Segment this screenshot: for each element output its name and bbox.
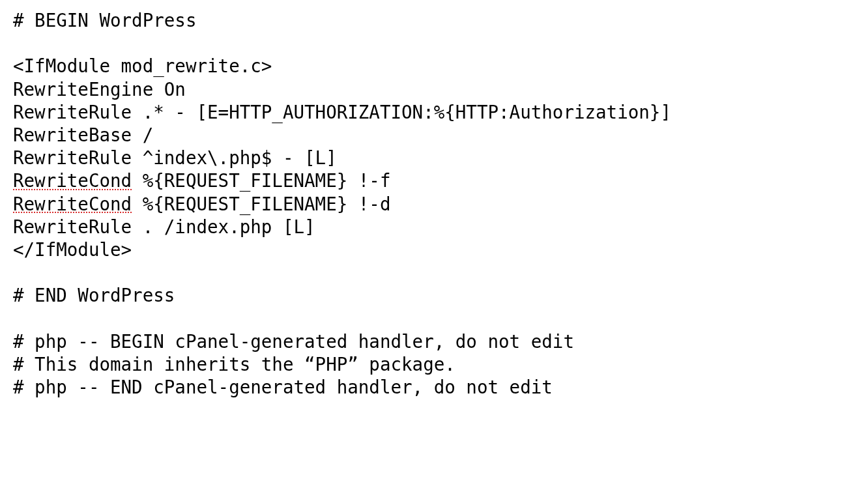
spellcheck-underline: RewriteCond: [13, 193, 132, 214]
code-text: # END WordPress: [13, 285, 175, 306]
code-line: # php -- BEGIN cPanel-generated handler,…: [13, 331, 574, 352]
code-text: RewriteEngine On: [13, 79, 186, 100]
code-text: %{REQUEST_FILENAME} !-f: [132, 170, 390, 191]
code-line: RewriteBase /: [13, 124, 153, 145]
code-line: RewriteRule . /index.php [L]: [13, 216, 315, 237]
spellcheck-underline: RewriteCond: [13, 170, 132, 191]
code-text: </IfModule>: [13, 239, 132, 260]
code-line: # php -- END cPanel-generated handler, d…: [13, 377, 553, 397]
code-text: # This domain inherits the “PHP” package…: [13, 354, 456, 375]
code-text: RewriteRule ^index\.php$ - [L]: [13, 147, 337, 168]
code-line: RewriteRule ^index\.php$ - [L]: [13, 147, 337, 168]
code-line: # This domain inherits the “PHP” package…: [13, 354, 456, 375]
code-text: RewriteBase /: [13, 124, 153, 145]
code-line: RewriteCond %{REQUEST_FILENAME} !-d: [13, 193, 390, 214]
code-text: # php -- BEGIN cPanel-generated handler,…: [13, 331, 574, 352]
code-text: RewriteRule .* - [E=HTTP_AUTHORIZATION:%…: [13, 102, 671, 122]
code-line: RewriteCond %{REQUEST_FILENAME} !-f: [13, 170, 390, 191]
code-text: # BEGIN WordPress: [13, 10, 196, 31]
code-text: <IfModule mod_rewrite.c>: [13, 55, 272, 76]
code-line: # BEGIN WordPress: [13, 10, 196, 31]
code-text: RewriteRule . /index.php [L]: [13, 216, 315, 237]
code-line: <IfModule mod_rewrite.c>: [13, 55, 272, 76]
code-text: # php -- END cPanel-generated handler, d…: [13, 377, 553, 397]
code-line: # END WordPress: [13, 285, 175, 306]
code-line: </IfModule>: [13, 239, 132, 260]
code-text: %{REQUEST_FILENAME} !-d: [132, 193, 390, 214]
htaccess-code-block: # BEGIN WordPress <IfModule mod_rewrite.…: [13, 9, 855, 399]
code-line: RewriteRule .* - [E=HTTP_AUTHORIZATION:%…: [13, 102, 671, 122]
code-line: RewriteEngine On: [13, 79, 186, 100]
